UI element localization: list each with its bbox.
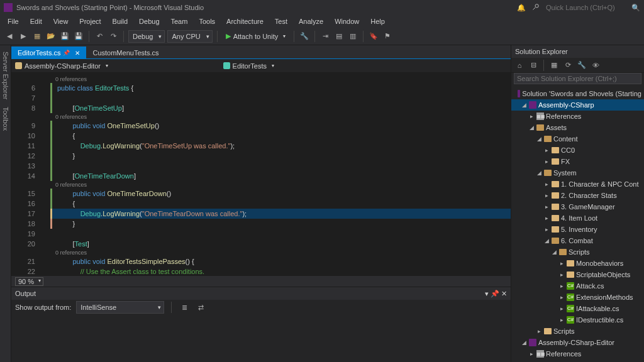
tree-twisty-icon[interactable]: ▸ <box>544 192 550 199</box>
solution-search-input[interactable] <box>514 73 641 84</box>
undo-icon[interactable]: ↶ <box>94 31 105 42</box>
tree-item[interactable]: ▸ Monobehaviors <box>511 258 644 269</box>
tree-item[interactable]: ▸ 1. Character & NPC Cont <box>511 178 644 190</box>
search-icon[interactable]: 🔍 <box>631 4 640 12</box>
solution-tree[interactable]: Solution 'Swords and Shovels (Starting ◢… <box>511 87 644 362</box>
refresh-icon[interactable]: ⟳ <box>562 60 574 71</box>
menu-build[interactable]: Build <box>108 16 133 26</box>
code-body[interactable]: 0 referencespublic class EditorTests { [… <box>50 73 511 275</box>
tool-icon-1[interactable]: 🔧 <box>299 31 310 42</box>
tree-twisty-icon[interactable]: ◢ <box>552 249 557 255</box>
tree-item[interactable]: ▸ C# IAttackable.cs <box>511 303 644 314</box>
step-icon[interactable]: ⇥ <box>319 31 331 42</box>
tree-twisty-icon[interactable]: ▸ <box>544 226 550 233</box>
menu-project[interactable]: Project <box>74 16 106 26</box>
menu-file[interactable]: File <box>3 16 24 26</box>
tree-item[interactable]: ▸ CC0 <box>511 145 644 156</box>
open-file-icon[interactable]: 📂 <box>45 31 57 42</box>
tree-item[interactable]: ◢ Assembly-CSharp <box>511 99 644 111</box>
show-all-icon[interactable]: ▦ <box>548 60 560 71</box>
redo-icon[interactable]: ↷ <box>108 31 119 42</box>
menu-help[interactable]: Help <box>365 16 390 26</box>
tree-item[interactable]: ◢ 6. Combat <box>511 235 644 246</box>
tree-twisty-icon[interactable]: ▸ <box>544 204 550 210</box>
tree-item[interactable]: ▸ C# ExtensionMethods <box>511 292 644 303</box>
tree-item[interactable]: ▸ C# Attack.cs <box>511 280 644 292</box>
tree-twisty-icon[interactable]: ▸ <box>544 158 550 165</box>
tree-item[interactable]: Solution 'Swords and Shovels (Starting <box>511 88 644 99</box>
tree-twisty-icon[interactable]: ▸ <box>559 317 565 323</box>
menu-test[interactable]: Test <box>270 16 292 26</box>
nav-project[interactable]: Assembly-CSharp-Editor <box>15 62 108 70</box>
tree-twisty-icon[interactable]: ◢ <box>521 339 527 346</box>
save-all-icon[interactable]: 💾 <box>73 31 84 42</box>
tree-item[interactable]: ▸ Assets <box>511 359 644 362</box>
server-explorer-tab[interactable]: Server Explorer <box>0 48 11 103</box>
quick-launch-input[interactable] <box>545 3 626 13</box>
menu-architecture[interactable]: Architecture <box>221 16 269 26</box>
platform-dropdown[interactable]: Any CPU <box>167 30 212 43</box>
tree-twisty-icon[interactable]: ▸ <box>559 260 565 266</box>
tree-item[interactable]: ▸ 5. Inventory <box>511 224 644 235</box>
preview-icon[interactable]: 👁 <box>590 60 601 71</box>
comment-icon[interactable]: ▤ <box>333 31 345 42</box>
code-editor[interactable]: 678910111213141516171819202122 0 referen… <box>11 73 511 275</box>
pin-icon[interactable]: ▾ 📌 <box>485 290 499 297</box>
tab-custommenutests[interactable]: CustomMenuTests.cs <box>86 47 165 58</box>
tree-item[interactable]: ◢ Scripts <box>511 246 644 258</box>
tree-item[interactable]: ◢ Assembly-CSharp-Editor <box>511 337 644 348</box>
save-icon[interactable]: 💾 <box>59 31 70 42</box>
menu-team[interactable]: Team <box>166 16 193 26</box>
menu-view[interactable]: View <box>48 16 74 26</box>
toolbox-tab[interactable]: Toolbox <box>0 103 11 134</box>
menu-analyze[interactable]: Analyze <box>294 16 328 26</box>
config-dropdown[interactable]: Debug <box>128 30 165 43</box>
collapse-icon[interactable]: ⊟ <box>528 60 539 71</box>
pin-icon[interactable]: 📌 <box>63 50 70 56</box>
tree-twisty-icon[interactable]: ▸ <box>559 305 565 312</box>
tree-item[interactable]: ▸ C# IDestructible.cs <box>511 314 644 326</box>
zoom-dropdown[interactable]: 90 % <box>15 277 43 286</box>
tree-twisty-icon[interactable]: ▸ <box>544 215 550 221</box>
menu-debug[interactable]: Debug <box>134 16 164 26</box>
tree-item[interactable]: ▸ Scripts <box>511 326 644 337</box>
tree-item[interactable]: ▸ ■■ References <box>511 348 644 359</box>
tree-twisty-icon[interactable]: ▸ <box>536 328 542 334</box>
tree-twisty-icon[interactable]: ▸ <box>559 272 565 278</box>
tree-twisty-icon[interactable]: ◢ <box>521 102 527 108</box>
tree-twisty-icon[interactable]: ▸ <box>544 181 550 187</box>
attach-button[interactable]: ▶Attach to Unity▾ <box>222 32 290 40</box>
tree-twisty-icon[interactable]: ◢ <box>536 136 542 142</box>
tree-item[interactable]: ▸ ScriptableObjects <box>511 269 644 280</box>
tree-twisty-icon[interactable]: ▸ <box>529 113 535 119</box>
menu-edit[interactable]: Edit <box>25 16 47 26</box>
new-project-icon[interactable]: ▦ <box>31 31 43 42</box>
tree-item[interactable]: ▸ 3. GameManager <box>511 201 644 212</box>
tree-twisty-icon[interactable]: ▸ <box>544 147 550 153</box>
nav-scope[interactable]: EditorTests <box>223 62 274 70</box>
tree-twisty-icon[interactable]: ▸ <box>529 351 535 357</box>
toggle-icon[interactable]: ⇄ <box>195 302 206 313</box>
nav-back-icon[interactable]: ◀ <box>4 31 15 42</box>
output-body[interactable] <box>11 315 511 362</box>
menu-tools[interactable]: Tools <box>194 16 220 26</box>
bookmark-icon[interactable]: 🔖 <box>368 31 379 42</box>
tree-item[interactable]: ◢ Content <box>511 133 644 145</box>
tree-item[interactable]: ◢ System <box>511 167 644 178</box>
tree-twisty-icon[interactable]: ▸ <box>559 294 565 300</box>
flag-icon[interactable]: ⚑ <box>382 31 393 42</box>
tree-item[interactable]: ▸ 4. Item Loot <box>511 212 644 224</box>
tree-twisty-icon[interactable]: ▸ <box>559 283 565 289</box>
tree-twisty-icon[interactable]: ◢ <box>529 124 535 131</box>
tree-item[interactable]: ▸ ■■ References <box>511 111 644 122</box>
tree-twisty-icon[interactable]: ◢ <box>544 238 550 244</box>
output-from-dropdown[interactable]: IntelliSense <box>76 301 164 314</box>
properties-icon[interactable]: 🔧 <box>576 60 587 71</box>
uncomment-icon[interactable]: ▥ <box>347 31 358 42</box>
close-icon[interactable]: ✕ <box>501 290 507 297</box>
tab-editortests[interactable]: EditorTests.cs 📌 ✕ <box>11 47 86 58</box>
menu-window[interactable]: Window <box>330 16 364 26</box>
tree-item[interactable]: ◢ Assets <box>511 122 644 133</box>
home-icon[interactable]: ⌂ <box>514 60 525 71</box>
clear-icon[interactable]: ≣ <box>179 302 190 313</box>
